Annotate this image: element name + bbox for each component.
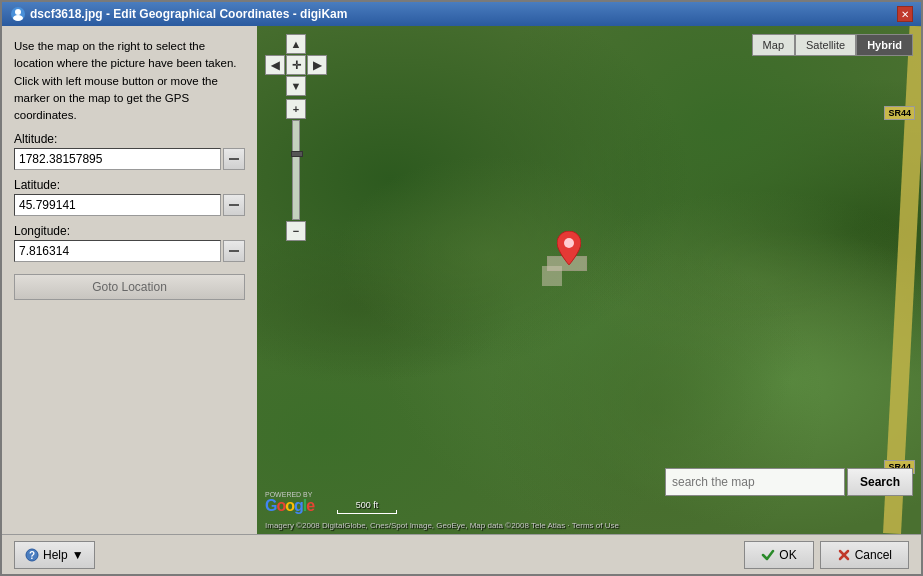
- bottom-bar: ? Help ▼ OK Cancel: [2, 534, 921, 574]
- map-area[interactable]: SR44 SR44 ▲ ◀: [257, 26, 921, 534]
- ok-label: OK: [779, 548, 796, 562]
- scale-bar: 500 ft: [337, 500, 397, 514]
- altitude-clear-button[interactable]: [223, 148, 245, 170]
- longitude-input-row: [14, 240, 245, 262]
- altitude-input-row: [14, 148, 245, 170]
- close-button[interactable]: ✕: [897, 6, 913, 22]
- map-type-satellite-button[interactable]: Satellite: [795, 34, 856, 56]
- map-search-button[interactable]: Search: [847, 468, 913, 496]
- google-logo: Google: [265, 498, 314, 514]
- map-controls: ▲ ◀ ✛ ▶ ▼ + −: [265, 34, 327, 241]
- terrain-overlay: [257, 26, 921, 534]
- google-watermark: POWERED BY Google: [265, 491, 314, 514]
- instruction-text: Use the map on the right to select the l…: [14, 38, 245, 124]
- altitude-label: Altitude:: [14, 132, 245, 146]
- nav-row: ◀ ✛ ▶: [265, 55, 327, 75]
- window-title: dscf3618.jpg - Edit Geographical Coordin…: [30, 7, 347, 21]
- altitude-input[interactable]: [14, 148, 221, 170]
- bottom-right-buttons: OK Cancel: [744, 541, 909, 569]
- zoom-out-button[interactable]: −: [286, 221, 306, 241]
- scale-line: [337, 510, 397, 514]
- zoom-slider-area: + −: [286, 99, 306, 241]
- structure-2: [542, 266, 562, 286]
- latitude-label: Latitude:: [14, 178, 245, 192]
- nav-right-button[interactable]: ▶: [307, 55, 327, 75]
- cancel-button[interactable]: Cancel: [820, 541, 909, 569]
- goto-location-button[interactable]: Goto Location: [14, 274, 245, 300]
- map-marker: [557, 231, 577, 259]
- latitude-input-row: [14, 194, 245, 216]
- road-label-top: SR44: [884, 106, 915, 120]
- svg-point-1: [15, 9, 21, 15]
- clear-icon: [228, 153, 240, 165]
- nav-up-button[interactable]: ▲: [286, 34, 306, 54]
- longitude-input[interactable]: [14, 240, 221, 262]
- svg-text:?: ?: [29, 550, 35, 561]
- copyright-text: Imagery ©2008 DigitalGlobe, Cnes/Spot Im…: [265, 521, 913, 530]
- zoom-in-button[interactable]: +: [286, 99, 306, 119]
- help-icon: ?: [25, 548, 39, 562]
- clear-icon: [228, 199, 240, 211]
- map-type-hybrid-button[interactable]: Hybrid: [856, 34, 913, 56]
- map-type-buttons: Map Satellite Hybrid: [752, 34, 913, 56]
- map-search-input[interactable]: [665, 468, 845, 496]
- nav-down-button[interactable]: ▼: [286, 76, 306, 96]
- g-yellow: o: [285, 497, 294, 514]
- latitude-field-group: Latitude:: [14, 178, 245, 216]
- powered-by-area: POWERED BY Google: [265, 491, 314, 514]
- main-area: Use the map on the right to select the l…: [2, 26, 921, 534]
- ok-check-icon: [761, 548, 775, 562]
- g-red: o: [276, 497, 285, 514]
- longitude-label: Longitude:: [14, 224, 245, 238]
- scale-text: 500 ft: [356, 500, 379, 510]
- map-type-map-button[interactable]: Map: [752, 34, 795, 56]
- left-panel: Use the map on the right to select the l…: [2, 26, 257, 534]
- titlebar: dscf3618.jpg - Edit Geographical Coordin…: [2, 2, 921, 26]
- svg-point-6: [564, 238, 574, 248]
- zoom-thumb: [291, 151, 303, 157]
- longitude-clear-button[interactable]: [223, 240, 245, 262]
- g-red2: e: [306, 497, 314, 514]
- svg-rect-3: [229, 158, 239, 160]
- ok-button[interactable]: OK: [744, 541, 813, 569]
- cancel-x-icon: [837, 548, 851, 562]
- nav-center-button[interactable]: ✛: [286, 55, 306, 75]
- content-area: Use the map on the right to select the l…: [2, 26, 921, 574]
- help-button[interactable]: ? Help ▼: [14, 541, 95, 569]
- latitude-input[interactable]: [14, 194, 221, 216]
- titlebar-left: dscf3618.jpg - Edit Geographical Coordin…: [10, 6, 347, 22]
- g-blue2: g: [294, 497, 303, 514]
- longitude-field-group: Longitude:: [14, 224, 245, 262]
- altitude-field-group: Altitude:: [14, 132, 245, 170]
- clear-icon: [228, 245, 240, 257]
- g-blue: G: [265, 497, 276, 514]
- app-icon: [10, 6, 26, 22]
- map-search-bar: Search: [665, 468, 913, 496]
- svg-rect-5: [229, 250, 239, 252]
- nav-left-button[interactable]: ◀: [265, 55, 285, 75]
- help-dropdown-icon: ▼: [72, 548, 84, 562]
- latitude-clear-button[interactable]: [223, 194, 245, 216]
- svg-point-2: [13, 15, 23, 21]
- help-label: Help: [43, 548, 68, 562]
- location-pin-icon: [557, 231, 581, 265]
- main-window: dscf3618.jpg - Edit Geographical Coordin…: [0, 0, 923, 576]
- cancel-label: Cancel: [855, 548, 892, 562]
- zoom-track[interactable]: [292, 120, 300, 220]
- svg-rect-4: [229, 204, 239, 206]
